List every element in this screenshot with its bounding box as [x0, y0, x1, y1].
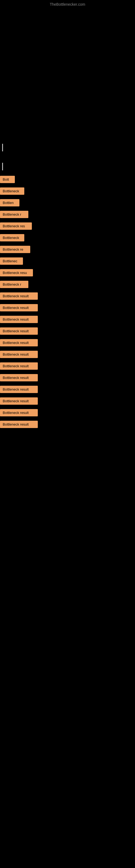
bottleneck-result-label[interactable]: Bottleneck result — [0, 421, 38, 428]
bottleneck-result-label[interactable]: Bottleneck result — [0, 304, 38, 311]
bottleneck-result-label[interactable]: Bottleneck res — [0, 222, 32, 230]
bottleneck-result-label[interactable]: Bottleneck result — [0, 316, 38, 323]
bottleneck-result-label[interactable]: Bottleneck r — [0, 211, 28, 218]
bottleneck-result-label[interactable]: Bottleneck — [0, 187, 24, 195]
bottleneck-result-label[interactable]: Bottleneck resu — [0, 269, 33, 276]
cursor-line-1 — [2, 144, 3, 151]
bottleneck-items-container: BottBottleneckBottlenBottleneck rBottlen… — [0, 174, 135, 430]
list-item: Bottleneck result — [0, 407, 135, 418]
bottleneck-result-label[interactable]: Bottleneck result — [0, 409, 38, 416]
bottleneck-result-label[interactable]: Bottleneck result — [0, 292, 38, 300]
bottleneck-result-label[interactable]: Bottleneck result — [0, 386, 38, 393]
bottleneck-result-label[interactable]: Bottleneck — [0, 234, 24, 241]
site-title: TheBottlenecker.com — [50, 2, 85, 6]
list-item: Bottleneck r — [0, 209, 135, 220]
list-item: Bottleneck result — [0, 290, 135, 302]
list-item: Bottleneck result — [0, 314, 135, 325]
bottleneck-result-label[interactable]: Bottlenec — [0, 257, 23, 265]
bottleneck-result-label[interactable]: Bottleneck result — [0, 339, 38, 346]
bottleneck-result-label[interactable]: Bottleneck r — [0, 281, 28, 288]
list-item: Bottleneck result — [0, 383, 135, 395]
list-item: Bottleneck result — [0, 372, 135, 383]
bottleneck-result-label[interactable]: Bottleneck result — [0, 328, 38, 335]
bottleneck-result-label[interactable]: Bottleneck result — [0, 397, 38, 405]
cursor-line-2 — [2, 163, 3, 170]
list-item: Bottleneck result — [0, 418, 135, 430]
list-item: Bottleneck result — [0, 337, 135, 348]
list-item: Bottleneck — [0, 185, 135, 197]
list-item: Bottleneck — [0, 232, 135, 244]
list-item: Bottlen — [0, 197, 135, 209]
list-item: Bottleneck r — [0, 279, 135, 290]
list-item: Bottleneck re — [0, 244, 135, 255]
list-item: Bottleneck result — [0, 348, 135, 360]
bottleneck-result-label[interactable]: Bottleneck re — [0, 246, 30, 253]
bottleneck-result-label[interactable]: Bottleneck result — [0, 362, 38, 370]
bottleneck-result-label[interactable]: Bottleneck result — [0, 351, 38, 358]
list-item: Bottleneck result — [0, 360, 135, 372]
bottleneck-result-label[interactable]: Bottlen — [0, 199, 19, 207]
list-item: Bottleneck result — [0, 395, 135, 407]
bottleneck-result-label[interactable]: Bottleneck result — [0, 374, 38, 381]
list-item: Bottleneck res — [0, 220, 135, 232]
list-item: Bottleneck result — [0, 302, 135, 314]
bottleneck-result-label[interactable]: Bott — [0, 176, 15, 183]
list-item: Bottleneck resu — [0, 267, 135, 279]
list-item: Bottlenec — [0, 255, 135, 267]
list-item: Bottleneck result — [0, 325, 135, 337]
list-item: Bott — [0, 174, 135, 185]
